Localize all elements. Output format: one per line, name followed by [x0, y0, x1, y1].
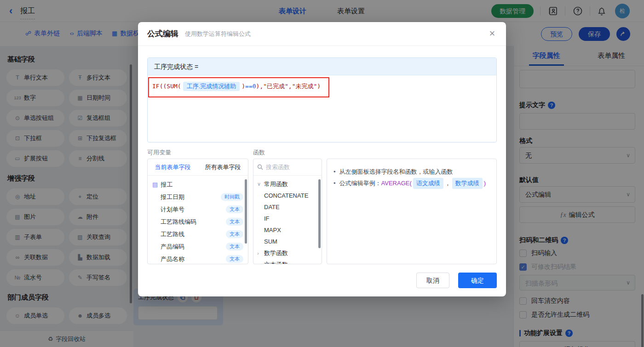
type-badge: 时间戳	[221, 193, 243, 201]
variable-item[interactable]: 产品编码文本	[148, 240, 248, 253]
variable-item[interactable]: 工艺路线文本	[148, 228, 248, 240]
confirm-button[interactable]: 确定	[458, 273, 497, 288]
example-field-chip: 语文成绩	[413, 178, 443, 189]
chevron-down-icon: ∨	[257, 181, 262, 187]
variables-panel-label: 可用变量	[147, 148, 171, 157]
function-item[interactable]: MAPX	[253, 224, 322, 236]
tab-all-form-fields[interactable]: 所有表单字段	[198, 159, 248, 175]
form-node[interactable]: ▤报工	[148, 178, 248, 191]
search-icon	[257, 164, 263, 170]
function-item[interactable]: IF	[253, 213, 322, 224]
chevron-right-icon: ›	[257, 250, 262, 256]
formula-input[interactable]: IF((SUM(工序.完成情况辅助)==0),"已完成","未完成")	[148, 75, 496, 97]
tab-current-form-fields[interactable]: 当前表单字段	[148, 159, 198, 175]
chevron-right-icon: ›	[257, 262, 262, 265]
function-search-input[interactable]	[266, 164, 318, 171]
cancel-button[interactable]: 取消	[416, 273, 449, 288]
function-item[interactable]: DATE	[253, 201, 322, 213]
variables-panel: 当前表单字段 所有表单字段 ▤报工 报工日期时间戳 计划单号文本 工艺路线编码文…	[147, 159, 248, 264]
field-chip[interactable]: 工序.完成情况辅助	[183, 82, 240, 91]
type-badge: 文本	[226, 205, 243, 213]
type-badge: 文本	[226, 255, 243, 263]
function-group-text[interactable]: ›文本函数	[253, 259, 322, 264]
formula-editor: 工序完成状态 = IF((SUM(工序.完成情况辅助)==0),"已完成","未…	[147, 57, 497, 142]
tips-panel: •从左侧面板选择字段名和函数，或输入函数 •公式编辑举例：AVERAGE(语文成…	[327, 159, 497, 264]
formula-target: 工序完成状态 =	[148, 58, 496, 75]
dialog-subtitle: 使用数学运算符编辑公式	[185, 30, 251, 38]
type-badge: 文本	[226, 230, 243, 238]
function-group-common[interactable]: ∨常用函数	[253, 178, 322, 190]
example-field-chip: 数学成绩	[452, 178, 483, 189]
variable-item[interactable]: 计划单号文本	[148, 203, 248, 216]
tip-line: •从左侧面板选择字段名和函数，或输入函数	[334, 166, 490, 178]
functions-scrollbar[interactable]	[318, 179, 321, 248]
variable-item[interactable]: 产品名称文本	[148, 253, 248, 264]
form-doc-icon: ▤	[152, 181, 158, 188]
tip-example-line: •公式编辑举例：AVERAGE(语文成绩，数学成绩)	[334, 178, 490, 189]
dialog-title: 公式编辑	[147, 28, 178, 39]
functions-panel-label: 函数	[253, 148, 265, 157]
formula-editor-dialog: 公式编辑 使用数学运算符编辑公式 × 工序完成状态 = IF((SUM(工序.完…	[138, 22, 506, 296]
type-badge: 文本	[226, 243, 243, 250]
type-badge: 文本	[226, 218, 243, 226]
function-item[interactable]: SUM	[253, 236, 322, 247]
variable-item[interactable]: 报工日期时间戳	[148, 191, 248, 203]
functions-panel: ∨常用函数 CONCATENATE DATE IF MAPX SUM ›数学函数…	[253, 159, 322, 264]
equals-sign: =	[195, 63, 198, 70]
variables-scrollbar[interactable]	[245, 179, 247, 244]
close-icon[interactable]: ×	[487, 28, 498, 40]
variable-item[interactable]: 工艺路线编码文本	[148, 216, 248, 228]
function-item[interactable]: CONCATENATE	[253, 190, 322, 201]
function-group-math[interactable]: ›数学函数	[253, 247, 322, 259]
